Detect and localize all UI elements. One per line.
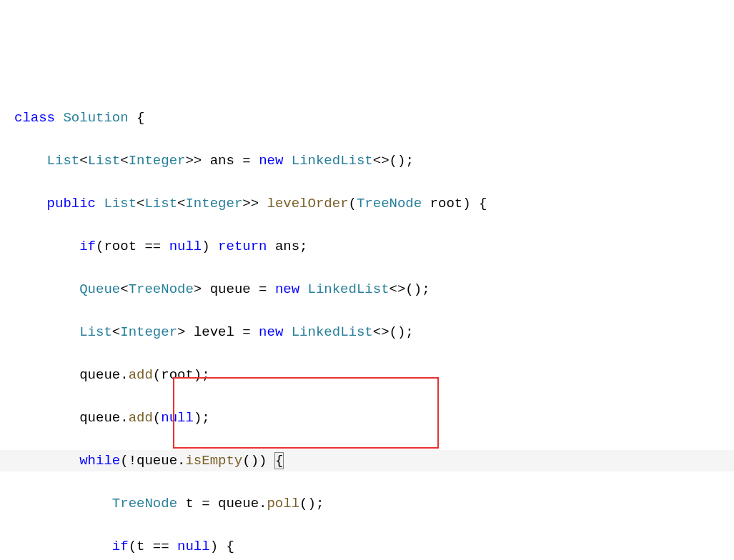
code-line: List<Integer> level = new LinkedList<>()… <box>14 321 734 343</box>
code-line: queue.add(root); <box>14 364 734 386</box>
code-line: List<List<Integer>> ans = new LinkedList… <box>14 150 734 171</box>
code-line: if(root == null) return ans; <box>14 236 734 257</box>
code-line: queue.add(null); <box>14 407 734 429</box>
code-line: class Solution { <box>14 107 734 129</box>
code-line: Queue<TreeNode> queue = new LinkedList<>… <box>14 279 734 300</box>
code-editor: class Solution { List<List<Integer>> ans… <box>0 86 734 560</box>
code-line: if(t == null) { <box>14 536 734 557</box>
code-line-highlighted: while(!queue.isEmpty()) { <box>0 450 734 471</box>
code-line: TreeNode t = queue.poll(); <box>14 493 734 514</box>
code-line: public List<List<Integer>> levelOrder(Tr… <box>14 193 734 214</box>
